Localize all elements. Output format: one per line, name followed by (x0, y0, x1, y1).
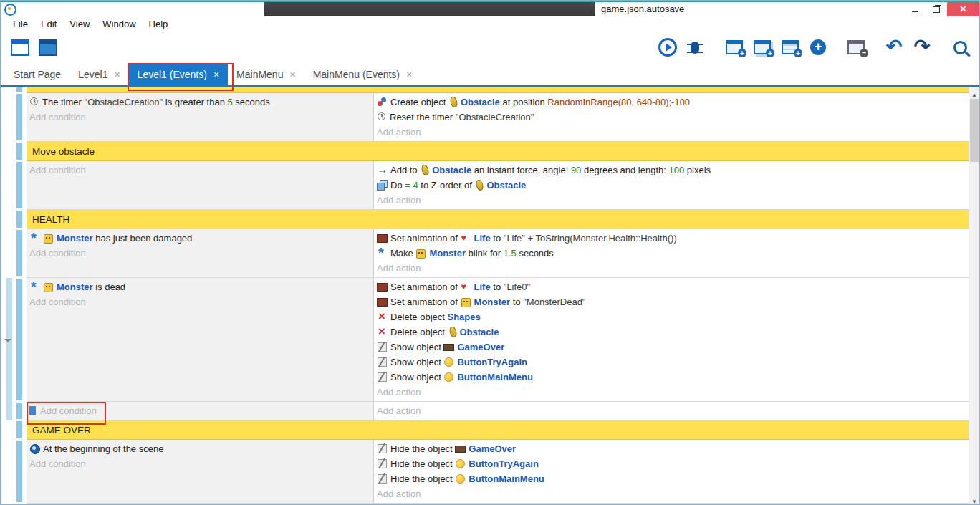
actions-cell[interactable]: Set animation of Life to "Life" + ToStri… (374, 229, 969, 278)
conditions-cell[interactable]: At the beginning of the sceneAdd conditi… (27, 440, 374, 504)
add-condition-target[interactable]: Add condition (29, 246, 86, 261)
add-circle-button[interactable] (806, 34, 830, 60)
action-line[interactable]: Hide the object ButtonTryAgain (377, 456, 966, 471)
undo-button[interactable] (882, 34, 906, 60)
add-action-target[interactable]: Add action (377, 486, 421, 501)
add-action-placeholder[interactable]: Add action (377, 125, 966, 140)
add-action-target[interactable]: Add action (377, 261, 421, 276)
conditions-cell[interactable]: Add condition (27, 161, 374, 210)
condition-line[interactable]: The timer "ObstacleCreation" is greater … (29, 95, 370, 110)
add-action-placeholder[interactable]: Add action (377, 261, 966, 276)
menu-help[interactable]: Help (143, 19, 175, 29)
add-action-target[interactable]: Add action (377, 125, 421, 140)
add-action-target[interactable]: Add action (377, 193, 421, 208)
actions-cell[interactable]: Create object Obstacle at position Rando… (374, 93, 969, 142)
add-condition-target[interactable]: Add condition (29, 403, 97, 418)
menu-edit[interactable]: Edit (34, 19, 63, 29)
search-button[interactable] (948, 34, 972, 60)
condition-line[interactable]: Monster is dead (29, 279, 370, 294)
add-condition-placeholder[interactable]: Add condition (29, 246, 370, 261)
scene-begin-icon (29, 443, 40, 453)
scene-window-button[interactable] (36, 34, 60, 60)
menu-window[interactable]: Window (96, 19, 142, 29)
actions-cell[interactable]: Add to Obstacle an instant force, angle:… (374, 161, 969, 210)
tab-mainmenu-events[interactable]: MainMenu (Events)× (304, 64, 421, 85)
add-condition-placeholder[interactable]: Add condition (29, 110, 370, 125)
action-line[interactable]: Show object ButtonMainMenu (377, 370, 966, 385)
condition-line[interactable]: At the beginning of the scene (29, 441, 370, 456)
add-action-target[interactable]: Add action (377, 403, 421, 418)
action-line[interactable]: Make Monster blink for 1.5 seconds (377, 246, 966, 261)
object-name: Obstacle (432, 165, 471, 175)
conditions-cell[interactable]: Monster is deadAdd condition (27, 278, 374, 402)
add-event-button[interactable] (722, 34, 746, 60)
add-action-placeholder[interactable]: Add action (377, 193, 966, 208)
scrollbar-thumb[interactable] (970, 99, 979, 162)
action-line[interactable]: Create object Obstacle at position Rando… (377, 95, 966, 110)
action-line[interactable]: Set animation of Life to "Life0" (377, 279, 966, 294)
undo-icon (886, 39, 903, 56)
tab-mainmenu[interactable]: MainMenu× (228, 64, 304, 85)
add-condition-placeholder[interactable]: Add condition (29, 403, 370, 418)
action-line[interactable]: Set animation of Life to "Life" + ToStri… (377, 231, 966, 246)
action-line[interactable]: Do = 4 to Z-order of Obstacle (377, 178, 966, 193)
tab-level1[interactable]: Level1× (69, 64, 128, 85)
actions-cell[interactable]: Hide the object GameOverHide the object … (374, 440, 969, 504)
scroll-up-icon[interactable] (969, 87, 979, 97)
tab-label: Level1 (Events) (138, 69, 207, 80)
action-line[interactable]: Reset the timer "ObstacleCreation" (377, 110, 966, 125)
debug-button[interactable] (683, 34, 707, 60)
conditions-cell[interactable]: Add condition (27, 402, 374, 420)
tab-close-icon[interactable]: × (114, 69, 120, 80)
minimize-button[interactable] (904, 2, 926, 16)
tab-close-icon[interactable]: × (213, 69, 219, 80)
add-subevent-button[interactable] (750, 34, 774, 60)
add-action-placeholder[interactable]: Add action (377, 486, 966, 501)
action-line[interactable]: Set animation of Monster to "MonsterDead… (377, 294, 966, 309)
redo-button[interactable] (910, 34, 934, 60)
conditions-cell[interactable]: The timer "ObstacleCreation" is greater … (27, 93, 374, 142)
comment-bar[interactable] (27, 87, 969, 93)
add-condition-target[interactable]: Add condition (29, 163, 86, 178)
menu-view[interactable]: View (63, 19, 96, 29)
action-line[interactable]: Show object GameOver (377, 340, 966, 355)
maximize-button[interactable] (926, 2, 947, 16)
comment-row (1, 87, 969, 93)
action-line[interactable]: Add to Obstacle an instant force, angle:… (377, 163, 966, 178)
action-line[interactable]: Delete object Shapes (377, 309, 966, 324)
actions-cell[interactable]: Set animation of Life to "Life0"Set anim… (374, 278, 969, 402)
comment-bar[interactable]: GAME OVER (27, 420, 969, 440)
action-line[interactable]: Show object ButtonTryAgain (377, 355, 966, 370)
scroll-down-icon[interactable] (969, 494, 979, 504)
tab-close-icon[interactable]: × (289, 69, 295, 80)
comment-bar[interactable]: Move obstacle (27, 142, 969, 161)
action-line[interactable]: Delete object Obstacle (377, 324, 966, 340)
add-condition-placeholder[interactable]: Add condition (29, 294, 370, 309)
comment-bar[interactable]: HEALTH (27, 210, 969, 229)
tab-close-icon[interactable]: × (406, 69, 412, 80)
conditions-cell[interactable]: Monster has just been damagedAdd conditi… (27, 229, 374, 278)
tab-level1-events[interactable]: Level1 (Events)× (129, 64, 228, 85)
close-button[interactable] (947, 2, 979, 16)
add-condition-target[interactable]: Add condition (29, 110, 86, 125)
add-condition-placeholder[interactable]: Add condition (29, 163, 370, 178)
action-line[interactable]: Hide the object GameOver (377, 441, 966, 456)
event-gutter (1, 420, 27, 440)
add-action-placeholder[interactable]: Add action (377, 403, 966, 418)
add-condition-placeholder[interactable]: Add condition (29, 456, 370, 471)
add-condition-target[interactable]: Add condition (29, 456, 86, 471)
tab-start-page[interactable]: Start Page (5, 64, 69, 85)
condition-line[interactable]: Monster has just been damaged (29, 231, 370, 246)
disable-event-button[interactable] (844, 34, 868, 60)
add-action-target[interactable]: Add action (377, 385, 421, 400)
actions-cell[interactable]: Add action (374, 402, 969, 420)
vertical-scrollbar[interactable] (969, 87, 979, 504)
add-action-placeholder[interactable]: Add action (377, 385, 966, 400)
menu-file[interactable]: File (6, 19, 34, 29)
play-button[interactable] (655, 34, 679, 60)
life-icon (461, 233, 471, 243)
add-other-event-button[interactable] (778, 34, 802, 60)
add-condition-target[interactable]: Add condition (29, 294, 86, 309)
project-window-button[interactable] (8, 34, 32, 60)
action-line[interactable]: Hide the object ButtonMainMenu (377, 471, 966, 486)
